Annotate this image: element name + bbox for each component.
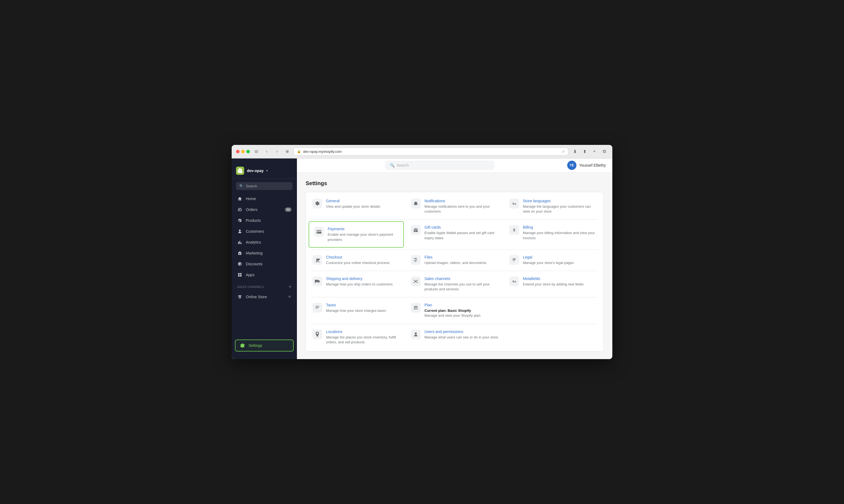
svg-point-7 xyxy=(414,282,415,283)
settings-item-locations[interactable]: Locations Manage the places you stock in… xyxy=(307,324,406,350)
minimize-button[interactable] xyxy=(241,150,245,153)
general-name: General xyxy=(326,199,380,203)
user-area: YE Youssef Elliethy xyxy=(567,161,606,170)
general-icon xyxy=(312,199,322,209)
sidebar-item-marketing[interactable]: Marketing xyxy=(232,248,297,258)
sidebar-item-home[interactable]: Home xyxy=(232,193,297,204)
svg-rect-2 xyxy=(238,275,240,277)
settings-item-gift-cards[interactable]: Gift cards Enable Apple Wallet passes an… xyxy=(406,220,504,249)
settings-page: Settings General View and update your st… xyxy=(297,173,612,359)
forward-button[interactable]: › xyxy=(273,148,281,155)
sales-channels-text: Sales channels Manage the channels you u… xyxy=(425,276,498,292)
general-text: General View and update your store detai… xyxy=(326,199,380,209)
customers-icon xyxy=(237,229,243,234)
settings-row-5-empty xyxy=(504,298,602,324)
add-sales-channel-icon[interactable]: + xyxy=(288,284,291,290)
payments-desc: Enable and manage your store's payment p… xyxy=(328,232,398,242)
billing-name: Billing xyxy=(523,225,597,230)
sidebar-toggle-button[interactable]: ⊟ xyxy=(253,148,260,155)
tabs-icon[interactable]: ⧉ xyxy=(600,148,608,155)
users-icon xyxy=(411,329,420,339)
plan-icon xyxy=(411,303,420,312)
sidebar-item-analytics[interactable]: Analytics xyxy=(232,237,297,248)
files-icon xyxy=(411,255,420,265)
legal-desc: Manage your store's legal pages xyxy=(523,260,574,265)
locations-text: Locations Manage the places you stock in… xyxy=(326,329,400,345)
search-icon: 🔍 xyxy=(239,184,244,188)
settings-item-sales-channels[interactable]: Sales channels Manage the channels you u… xyxy=(406,271,504,297)
shipping-icon xyxy=(312,276,322,286)
eye-icon[interactable]: 👁 xyxy=(288,295,291,299)
settings-icon xyxy=(240,343,245,348)
notifications-icon xyxy=(411,199,420,209)
svg-rect-1 xyxy=(240,273,242,275)
lock-icon: 🔒 xyxy=(297,149,301,153)
settings-item-billing[interactable]: $ Billing Manage your billing informatio… xyxy=(504,220,602,249)
user-avatar[interactable]: YE xyxy=(567,161,576,170)
sidebar-item-apps[interactable]: Apps xyxy=(232,269,297,280)
settings-item-taxes[interactable]: Taxes Manage how your store charges taxe… xyxy=(307,298,406,324)
plan-text: Plan Current plan: Basic Shopify Manage … xyxy=(425,303,481,318)
billing-desc: Manage your billing information and view… xyxy=(523,231,597,240)
new-tab-icon[interactable]: + xyxy=(591,148,598,155)
close-button[interactable] xyxy=(236,150,239,153)
sidebar-item-customers[interactable]: Customers xyxy=(232,226,297,237)
sidebar-item-products[interactable]: Products xyxy=(232,215,297,226)
store-logo xyxy=(236,167,244,175)
settings-item-shipping[interactable]: Shipping and delivery Manage how you shi… xyxy=(307,271,406,297)
payments-text: Payments Enable and manage your store's … xyxy=(328,227,398,242)
settings-item-files[interactable]: Files Upload images, videos, and documen… xyxy=(406,250,504,271)
settings-item-store-languages[interactable]: Aa Store languages Manage the languages … xyxy=(504,193,602,219)
gift-cards-icon xyxy=(411,225,420,235)
online-store-icon xyxy=(237,294,243,300)
settings-item-general[interactable]: General View and update your store detai… xyxy=(307,193,406,219)
payments-name: Payments xyxy=(328,227,398,231)
settings-item-users[interactable]: Users and permissions Manage what users … xyxy=(406,324,504,350)
address-bar[interactable]: 🔒 dev-opay.myshopify.com ↺ xyxy=(293,148,568,156)
checkout-icon xyxy=(312,255,322,265)
gift-cards-text: Gift cards Enable Apple Wallet passes an… xyxy=(425,225,498,240)
settings-item-payments[interactable]: Payments Enable and manage your store's … xyxy=(309,221,404,247)
store-dropdown-icon[interactable]: ▾ xyxy=(266,169,268,173)
users-name: Users and permissions xyxy=(425,329,498,334)
sales-channels-section-label: SALES CHANNELS + xyxy=(232,280,297,291)
settings-item-legal[interactable]: Legal Manage your store's legal pages xyxy=(504,250,602,271)
back-button[interactable]: ‹ xyxy=(263,148,271,155)
products-icon xyxy=(237,218,243,223)
files-name: Files xyxy=(425,255,486,259)
settings-row-5: Taxes Manage how your store charges taxe… xyxy=(307,298,602,324)
settings-item-checkout[interactable]: Checkout Customize your online checkout … xyxy=(307,250,406,271)
sidebar-item-settings[interactable]: Settings xyxy=(235,340,294,352)
settings-item-metafields[interactable]: Aa Metafields Extend your store by addin… xyxy=(504,271,602,297)
locations-name: Locations xyxy=(326,329,400,334)
store-name: dev-opay xyxy=(247,168,264,173)
settings-item-plan[interactable]: Plan Current plan: Basic Shopify Manage … xyxy=(406,298,504,324)
home-icon xyxy=(237,196,243,201)
metafields-desc: Extend your store by adding new fields xyxy=(523,282,583,287)
download-icon[interactable]: ⬇ xyxy=(571,148,579,155)
checkout-text: Checkout Customize your online checkout … xyxy=(326,255,389,265)
reload-icon[interactable]: ↺ xyxy=(562,149,565,154)
settings-row-1: General View and update your store detai… xyxy=(307,193,602,219)
user-name: Youssef Elliethy xyxy=(579,163,606,167)
sales-channels-icon xyxy=(411,276,420,286)
settings-item-notifications[interactable]: Notifications Manage notifications sent … xyxy=(406,193,504,219)
sidebar-item-online-store[interactable]: Online Store 👁 xyxy=(232,291,297,302)
share-icon[interactable]: ⬆ xyxy=(581,148,588,155)
sidebar-item-orders[interactable]: Orders 50 xyxy=(232,204,297,215)
sidebar-search[interactable]: 🔍 Search xyxy=(236,182,292,190)
apps-icon xyxy=(237,272,243,277)
billing-icon: $ xyxy=(509,225,519,235)
search-bar[interactable]: 🔍 Search xyxy=(385,161,494,169)
sidebar-item-discounts[interactable]: Discounts xyxy=(232,258,297,269)
taxes-icon xyxy=(312,303,322,312)
checkout-name: Checkout xyxy=(326,255,389,259)
billing-text: Billing Manage your billing information … xyxy=(523,225,597,240)
shipping-name: Shipping and delivery xyxy=(326,276,393,281)
shipping-desc: Manage how you ship orders to customers xyxy=(326,282,393,287)
analytics-icon xyxy=(237,239,243,245)
main-area: 🔍 Search YE Youssef Elliethy Settings xyxy=(297,159,612,359)
notifications-text: Notifications Manage notifications sent … xyxy=(425,199,498,214)
legal-name: Legal xyxy=(523,255,574,259)
fullscreen-button[interactable] xyxy=(246,150,250,153)
